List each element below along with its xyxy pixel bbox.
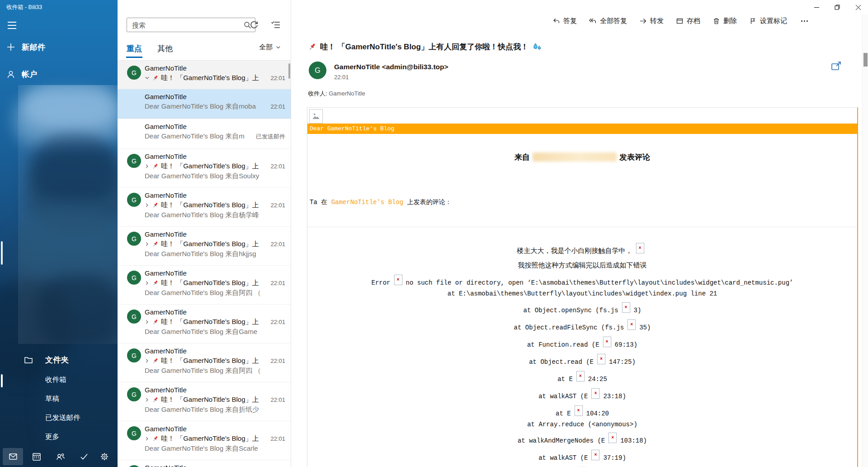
sidebar: 收件箱 - Bili33 新邮件 帐户 文件夹 收件箱 草稿 (0, 0, 118, 467)
thread-chevron-icon[interactable] (145, 242, 150, 247)
chevron-down-icon (276, 45, 281, 50)
stack-trace-line: at E104:20 (307, 409, 857, 419)
tab-other[interactable]: 其他 (157, 43, 173, 54)
reply-button[interactable]: 答复 (552, 17, 577, 25)
broken-image-icon (636, 243, 644, 253)
people-nav-button[interactable] (50, 448, 71, 465)
list-item[interactable]: G GamerNoTitle 哇！ 「GamerNoTitle's Blog」上… (118, 227, 291, 266)
selection-mode-icon[interactable] (270, 19, 281, 30)
list-item[interactable]: G GamerNoTitle 哇！ 「GamerNoTitle's Blog」上… (118, 382, 291, 421)
person-icon (6, 69, 16, 79)
search-box (127, 18, 255, 32)
sender-avatar: G (309, 62, 326, 79)
list-item[interactable]: G GamerNoTitle 哇！ 「GamerNoTitle's Blog」上… (118, 305, 291, 343)
stack-trace-line: at walkAST (E37:19) (307, 453, 857, 463)
close-button[interactable] (848, 0, 868, 14)
comment-from-line: 来自 发表评论 (307, 152, 857, 162)
settings-nav-button[interactable] (94, 448, 115, 465)
list-item[interactable]: G GamerNoTitle 哇！ 「GamerNoTitle's Blog」上… (118, 188, 291, 227)
hamburger-menu-button[interactable] (5, 18, 21, 33)
more-actions-button[interactable] (799, 19, 810, 24)
list-item[interactable]: G GamerNoTitle (118, 460, 291, 467)
list-item[interactable]: GamerNoTitle Dear GamerNoTitle's Blog 来自… (118, 119, 291, 149)
comment-content: 楼主大大，我是个小白刚接触自学中， 我按照他这种方式编辑完以后造成如下错误 Er… (307, 230, 857, 467)
plus-icon (6, 42, 16, 52)
sidebar-bottom-nav (0, 446, 118, 467)
search-input[interactable] (131, 21, 244, 29)
list-item[interactable]: GamerNoTitle Dear GamerNoTitle's Blog 来自… (118, 89, 291, 119)
todo-nav-button[interactable] (74, 448, 94, 465)
broken-image-icon (603, 337, 611, 347)
folders-button[interactable]: 文件夹 (0, 352, 118, 368)
stack-trace-line: at walkAndMergeNodes (E103:18) (307, 436, 857, 446)
preview-text: Dear GamerNoTitle's Blog 来自Scarle (145, 444, 285, 453)
stack-trace-line: at Object.read (E147:25) (307, 357, 857, 367)
stack-trace-line: at Object.readFileSync (fs.js35) (307, 323, 857, 333)
pin-icon (308, 43, 316, 51)
error-line: at E:\asmobai\themes\Butterfly\layout\in… (307, 289, 857, 299)
forward-button[interactable]: 转发 (639, 17, 664, 25)
flag-icon (749, 17, 757, 25)
subject-text: 哇！ 「GamerNoTitle's Blog」上 (161, 357, 268, 365)
list-item[interactable]: G GamerNoTitle 哇！ 「GamerNoTitle's Blog」上… (118, 61, 291, 89)
reading-scrollbar[interactable] (862, 14, 868, 467)
blog-link[interactable]: GamerNoTitle's Blog (331, 199, 404, 206)
broken-image-icon (591, 450, 599, 460)
splash-emoji-icon (532, 43, 541, 52)
restore-button[interactable] (827, 0, 848, 14)
tab-focused[interactable]: 重点 (127, 43, 142, 54)
right-label: 已发送邮件 (256, 133, 285, 141)
reading-scrollbar-thumb[interactable] (863, 53, 868, 67)
preview-text: Dear GamerNoTitle's Blog 来自Game (145, 328, 285, 336)
list-tabs: 重点 其他 (127, 41, 173, 56)
list-item[interactable]: G GamerNoTitle 哇！ 「GamerNoTitle's Blog」上… (118, 343, 291, 382)
list-item[interactable]: G GamerNoTitle 哇！ 「GamerNoTitle's Blog」上… (118, 149, 291, 188)
mail-nav-button[interactable] (3, 448, 23, 465)
calendar-nav-button[interactable] (26, 448, 47, 465)
avatar: G (127, 310, 141, 324)
subject-text: 哇！ 「GamerNoTitle's Blog」上 (161, 396, 268, 404)
reply-all-button[interactable]: 全部答复 (589, 17, 627, 25)
thread-chevron-icon[interactable] (145, 319, 150, 324)
archive-button[interactable]: 存档 (676, 17, 700, 25)
pin-icon (152, 241, 159, 248)
sender-name: GamerNoTitle (145, 123, 187, 130)
time: 22:01 (270, 319, 285, 325)
sender-name: GamerNoTitle (145, 64, 187, 72)
accounts-button[interactable]: 帐户 (0, 66, 118, 82)
list-item[interactable]: G GamerNoTitle 哇！ 「GamerNoTitle's Blog」上… (118, 421, 291, 460)
sidebar-scrollbar-thumb[interactable] (1, 241, 3, 265)
sync-icon[interactable] (249, 19, 259, 30)
sidebar-item-sent[interactable]: 已发送邮件 (45, 413, 80, 423)
set-flag-button[interactable]: 设置标记 (749, 17, 787, 25)
list-item[interactable]: G GamerNoTitle 哇！ 「GamerNoTitle's Blog」上… (118, 266, 291, 305)
preview-text: Dear GamerNoTitle's Blog 来自hkjjsg (145, 250, 285, 258)
filter-dropdown[interactable]: 全部 (259, 43, 281, 52)
pin-icon (152, 75, 159, 81)
broken-image-icon (609, 433, 617, 443)
thread-chevron-icon[interactable] (145, 397, 150, 402)
new-mail-button[interactable]: 新邮件 (0, 39, 118, 55)
thread-chevron-icon[interactable] (145, 203, 150, 208)
blurred-account-list (18, 85, 118, 344)
stack-trace-line: at Object.openSync (fs.js3) (307, 305, 857, 316)
broken-image-icon (597, 354, 605, 364)
thread-chevron-icon[interactable] (145, 281, 150, 286)
delete-button[interactable]: 删除 (712, 17, 737, 25)
thread-chevron-icon[interactable] (145, 436, 150, 441)
list-scrollbar-thumb[interactable] (288, 63, 290, 79)
sidebar-item-drafts[interactable]: 草稿 (45, 394, 59, 404)
thread-chevron-icon[interactable] (145, 358, 150, 363)
thread-chevron-icon[interactable] (145, 76, 150, 81)
subject-text: 哇！ 「GamerNoTitle's Blog」上 (161, 201, 268, 210)
minimize-button[interactable] (806, 0, 827, 14)
thread-chevron-icon[interactable] (145, 164, 150, 169)
open-in-new-window-icon[interactable] (830, 60, 842, 72)
pin-icon (152, 163, 159, 170)
sidebar-item-inbox[interactable]: 收件箱 (45, 375, 66, 385)
preview-text: Dear GamerNoTitle's Blog 来自Soulxy (145, 172, 285, 181)
trash-icon (712, 17, 720, 25)
sidebar-item-more[interactable]: 更多 (45, 432, 59, 442)
window-controls (806, 0, 868, 14)
subject-text: 哇！ 「GamerNoTitle's Blog」上 (161, 434, 268, 443)
